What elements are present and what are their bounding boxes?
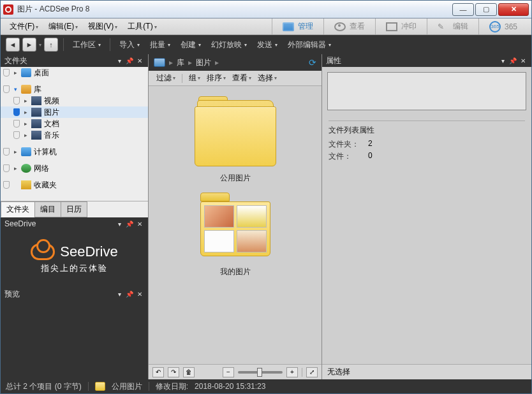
video-icon [31, 96, 41, 105]
thumb-public-pictures[interactable]: 公用图片 [195, 95, 276, 184]
panel-pin-button[interactable]: 📌 [125, 291, 134, 298]
maximize-button[interactable]: ▢ [475, 3, 497, 16]
seedrive-sub: 指尖上的云体验 [41, 263, 108, 274]
filter-menu[interactable]: 过滤▾ [154, 71, 178, 85]
tree-pictures[interactable]: ▸图片 [1, 106, 148, 118]
eye-icon [334, 22, 346, 31]
expand-button[interactable]: ⤢ [306, 367, 318, 377]
tree-video[interactable]: ▸视频 [1, 95, 148, 106]
mode-manage[interactable]: 管理 [272, 18, 323, 34]
menu-view[interactable]: 视图(V)▾ [83, 19, 122, 34]
left-tab-catalog[interactable]: 编目 [34, 201, 61, 217]
panel-close-button[interactable]: ✕ [135, 291, 144, 298]
delete-button[interactable]: 🗑 [183, 367, 195, 377]
tree-computer[interactable]: ▸计算机 [1, 146, 148, 157]
preview-panel-title: 预览 [4, 289, 20, 300]
rotate-right-button[interactable]: ↷ [168, 367, 179, 377]
seedrive-panel-title: SeeDrive [4, 219, 36, 228]
folder-tree[interactable]: ▸桌面 ▾库 ▸视频 ▸图片 ▸文档 ▸音乐 ▸计算机 ▸网络 收藏夹 [1, 67, 148, 201]
folder-icon [195, 95, 276, 166]
tree-documents[interactable]: ▸文档 [1, 118, 148, 129]
tb-create[interactable]: 创建▾ [177, 38, 205, 52]
folders-panel-title: 文件夹 [4, 55, 27, 66]
seedrive-body: SeeDrive 指尖上的云体验 [1, 230, 148, 288]
nav-up-button[interactable]: ↑ [44, 38, 58, 52]
main-area: 文件夹 ▾ 📌 ✕ ▸桌面 ▾库 ▸视频 ▸图片 ▸文档 ▸音乐 ▸计算机 ▸网… [1, 54, 531, 379]
breadcrumb-root-icon[interactable] [154, 58, 165, 67]
mode-tabs: 管理 查看 冲印 ✎编辑 365365 [272, 18, 528, 34]
panel-pin-button[interactable]: 📌 [125, 57, 134, 64]
rotate-left-button[interactable]: ↶ [152, 367, 164, 377]
minimize-button[interactable]: — [452, 3, 474, 16]
panel-menu-button[interactable]: ▾ [115, 291, 124, 298]
properties-preview-box [327, 72, 526, 110]
breadcrumb-lib[interactable]: 库 [177, 57, 184, 68]
tree-music[interactable]: ▸音乐 [1, 129, 148, 141]
left-tab-folders[interactable]: 文件夹 [1, 201, 35, 217]
tree-network[interactable]: ▸网络 [1, 163, 148, 174]
zoom-out-button[interactable]: − [223, 367, 234, 377]
tb-send[interactable]: 发送▾ [253, 38, 281, 52]
tb-external-editor[interactable]: 外部编辑器▾ [284, 38, 335, 52]
zoom-slider[interactable] [238, 371, 283, 374]
tree-library[interactable]: ▾库 [1, 84, 148, 95]
app-window: 图片 - ACDSee Pro 8 — ▢ ✕ 文件(F)▾ 编辑(E)▾ 视图… [0, 0, 532, 394]
status-date-value: 2018-08-20 15:31:23 [195, 382, 265, 391]
toolbar: ◄ ► ▾ ↑ 工作区▾ 导入▾ 批量▾ 创建▾ 幻灯放映▾ 发送▾ 外部编辑器… [1, 35, 531, 54]
no-selection-label: 无选择 [322, 364, 531, 379]
status-folder-icon [95, 382, 105, 391]
tb-slideshow[interactable]: 幻灯放映▾ [207, 38, 251, 52]
preview-body [1, 300, 148, 379]
nav-forward-button[interactable]: ► [22, 38, 36, 52]
desktop-icon [21, 68, 31, 77]
panel-close-button[interactable]: ✕ [135, 221, 144, 228]
tb-batch[interactable]: 批量▾ [146, 38, 174, 52]
panel-close-button[interactable]: ✕ [135, 57, 144, 64]
edit-icon: ✎ [438, 22, 449, 31]
select-menu[interactable]: 选择▾ [255, 71, 279, 85]
nav-back-button[interactable]: ◄ [6, 38, 20, 52]
view-menu[interactable]: 查看▾ [230, 71, 254, 85]
n365-icon: 365 [489, 21, 501, 33]
favorites-icon [21, 180, 31, 189]
tree-desktop[interactable]: ▸桌面 [1, 67, 148, 78]
tree-favorites[interactable]: 收藏夹 [1, 179, 148, 191]
close-button[interactable]: ✕ [498, 3, 529, 16]
group-menu[interactable]: 组▾ [186, 71, 203, 85]
tb-import[interactable]: 导入▾ [115, 38, 144, 52]
menu-tools[interactable]: 工具(T)▾ [122, 19, 161, 34]
panel-close-button[interactable]: ✕ [519, 57, 528, 64]
panel-menu-button[interactable]: ▾ [498, 57, 507, 64]
thumb-label: 公用图片 [220, 173, 251, 184]
center-column: ▸ 库 ▸ 图片 ▸ ⟳ 过滤▾ 组▾ 排序▾ 查看▾ 选择▾ [149, 54, 322, 379]
menu-file[interactable]: 文件(F)▾ [4, 19, 43, 34]
folder-icon [196, 191, 274, 260]
tb-workspace[interactable]: 工作区▾ [69, 38, 105, 52]
panel-pin-button[interactable]: 📌 [508, 57, 517, 64]
develop-icon [386, 22, 397, 31]
preview-panel-header: 预览 ▾ 📌 ✕ [1, 288, 148, 300]
documents-icon [31, 119, 41, 128]
properties-panel-header: 属性 ▾ 📌 ✕ [322, 54, 531, 67]
mode-365[interactable]: 365365 [478, 18, 528, 34]
props-row-files: 文件：0 [329, 150, 525, 163]
window-title: 图片 - ACDSee Pro 8 [17, 4, 451, 15]
panel-menu-button[interactable]: ▾ [115, 57, 124, 64]
mode-edit[interactable]: ✎编辑 [427, 18, 478, 34]
left-tab-calendar[interactable]: 日历 [61, 201, 87, 217]
mode-develop[interactable]: 冲印 [375, 18, 427, 34]
thumbs-area[interactable]: 公用图片 我的图片 [149, 86, 321, 364]
sort-menu[interactable]: 排序▾ [204, 71, 228, 85]
library-icon [21, 85, 31, 94]
props-row-folders: 文件夹：2 [329, 138, 525, 150]
menu-edit[interactable]: 编辑(E)▾ [43, 19, 83, 34]
status-folder-name: 公用图片 [112, 381, 142, 392]
breadcrumb-pic[interactable]: 图片 [196, 57, 211, 68]
zoom-in-button[interactable]: + [286, 367, 298, 377]
mode-view[interactable]: 查看 [323, 18, 375, 34]
panel-menu-button[interactable]: ▾ [115, 221, 124, 228]
refresh-button[interactable]: ⟳ [309, 57, 316, 68]
thumb-my-pictures[interactable]: 我的图片 [196, 191, 274, 277]
properties-section: 文件列表属性 文件夹：2 文件：0 [322, 115, 531, 164]
panel-pin-button[interactable]: 📌 [125, 221, 134, 228]
